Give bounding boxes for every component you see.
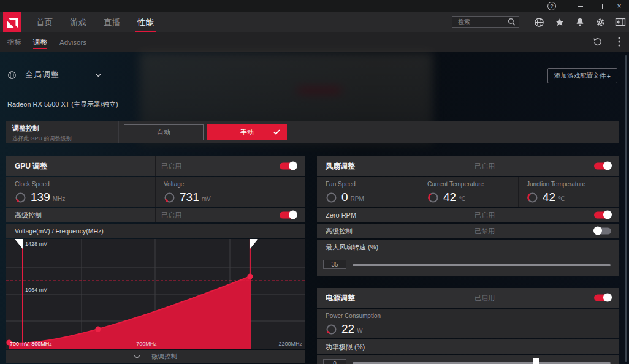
reset-button[interactable] bbox=[592, 37, 602, 47]
voltage-unit: mV bbox=[202, 195, 211, 202]
power-limit-slider-handle[interactable] bbox=[533, 358, 539, 364]
clock-speed-value: 139 bbox=[31, 191, 50, 204]
junction-temperature-value: 42 bbox=[543, 191, 555, 204]
subtab-metrics[interactable]: 指标 bbox=[7, 32, 21, 52]
curve-control-point[interactable] bbox=[247, 274, 253, 279]
gpu-name: Radeon RX 5500 XT (主显示器/独立) bbox=[7, 100, 118, 109]
tuning-scope-selector[interactable]: 全局调整 bbox=[7, 69, 102, 80]
curve-control-point[interactable] bbox=[95, 326, 101, 332]
max-bound-flag[interactable] bbox=[250, 239, 258, 249]
settings-button[interactable] bbox=[595, 17, 606, 28]
radeon-software-window: ? × 首页 游戏 直播 性能 bbox=[0, 0, 629, 364]
zero-rpm-toggle[interactable] bbox=[594, 212, 611, 219]
chart-label: 1064 mV bbox=[25, 287, 47, 293]
max-fan-speed-slider[interactable] bbox=[353, 264, 611, 266]
current-temperature-label: Current Temperature bbox=[427, 181, 484, 188]
title-bar: ? × bbox=[0, 0, 629, 12]
vertical-scrollbar[interactable] bbox=[625, 55, 627, 362]
fine-tuning-expander[interactable]: 微调控制 bbox=[6, 350, 305, 363]
fan-speed-unit: RPM bbox=[351, 195, 364, 202]
close-button[interactable]: × bbox=[609, 0, 629, 12]
help-button[interactable]: ? bbox=[542, 0, 562, 12]
add-game-profile-label: 添加游戏配置文件 bbox=[554, 72, 606, 80]
add-game-profile-button[interactable]: 添加游戏配置文件 + bbox=[547, 68, 617, 83]
subtab-advisors[interactable]: Advisors bbox=[59, 32, 86, 52]
kebab-menu-icon bbox=[618, 37, 620, 47]
power-limit-value-box[interactable]: 0 bbox=[323, 359, 346, 364]
clock-speed-unit: MHz bbox=[53, 195, 66, 202]
gpu-advanced-control-label: 高级控制 bbox=[15, 211, 42, 220]
maximize-icon bbox=[597, 4, 603, 9]
search-box[interactable] bbox=[452, 16, 519, 28]
power-consumption-value: 22 bbox=[341, 322, 354, 336]
reset-undo-icon bbox=[593, 37, 602, 47]
search-icon bbox=[508, 18, 516, 26]
web-button[interactable] bbox=[533, 17, 544, 28]
vf-curve-chart[interactable]: 1428 mV1064 mV700 mV, 800MHz700MHz2200MH… bbox=[6, 239, 305, 349]
chart-label: 2200MHz bbox=[278, 341, 302, 347]
junction-temperature-label: Junction Temperature bbox=[527, 181, 585, 188]
fan-tuning-panel: 风扇调整 已启用 Fan Speed 0 RPM bbox=[317, 156, 619, 276]
manual-tuning-button[interactable]: 手动 bbox=[207, 124, 287, 140]
power-tuning-title: 电源调整 bbox=[326, 293, 355, 303]
chevron-down-icon bbox=[95, 73, 102, 77]
tab-gaming-label: 游戏 bbox=[70, 17, 86, 28]
amd-logo[interactable] bbox=[3, 12, 21, 32]
junction-temperature-stat: Junction Temperature 42 ℃ bbox=[518, 177, 619, 207]
auto-tuning-button[interactable]: 自动 bbox=[124, 124, 204, 140]
close-icon: × bbox=[617, 2, 621, 10]
more-options-button[interactable] bbox=[614, 37, 624, 47]
notifications-button[interactable] bbox=[574, 17, 585, 28]
max-fan-speed-slider-row: 35 bbox=[317, 254, 619, 276]
gpu-tuning-status: 已启用 bbox=[161, 162, 181, 171]
min-bound-flag[interactable] bbox=[15, 239, 23, 249]
favorites-button[interactable] bbox=[554, 17, 565, 28]
fan-advanced-control-toggle[interactable] bbox=[594, 228, 611, 235]
power-consumption-unit: W bbox=[357, 327, 362, 334]
tab-home[interactable]: 首页 bbox=[34, 12, 55, 32]
fan-tuning-toggle[interactable] bbox=[594, 163, 611, 170]
overlay-panel-button[interactable] bbox=[615, 17, 626, 28]
manual-tuning-label: 手动 bbox=[240, 128, 254, 137]
maximize-button[interactable] bbox=[590, 0, 609, 12]
search-input[interactable] bbox=[457, 18, 508, 26]
power-limit-label: 功率极限 (%) bbox=[326, 343, 365, 352]
minimize-button[interactable] bbox=[570, 0, 590, 12]
subtab-metrics-label: 指标 bbox=[7, 38, 21, 47]
clock-speed-label: Clock Speed bbox=[15, 181, 50, 188]
voltage-stat: Voltage 731 mV bbox=[155, 177, 305, 207]
voltage-label: Voltage bbox=[164, 181, 184, 188]
power-tuning-panel: 电源调整 已启用 Power Consumption 22 W bbox=[317, 288, 619, 364]
clock-speed-gauge-icon bbox=[15, 192, 26, 203]
check-icon bbox=[273, 129, 280, 135]
max-fan-speed-value-box[interactable]: 35 bbox=[323, 260, 346, 269]
tab-performance[interactable]: 性能 bbox=[135, 12, 156, 32]
chart-label: 700 mV, 800MHz bbox=[10, 341, 52, 347]
power-tuning-status: 已启用 bbox=[475, 294, 495, 303]
fan-advanced-control-label: 高级控制 bbox=[326, 227, 353, 236]
minimize-icon bbox=[578, 6, 583, 7]
power-consumption-gauge-icon bbox=[326, 324, 337, 335]
auto-tuning-label: 自动 bbox=[157, 129, 170, 136]
gear-icon bbox=[595, 17, 606, 28]
voltage-frequency-chart[interactable]: 1428 mV1064 mV700 mV, 800MHz700MHz2200MH… bbox=[6, 239, 305, 349]
tab-streaming-label: 直播 bbox=[104, 17, 120, 28]
fan-speed-gauge-icon bbox=[326, 192, 337, 203]
current-temperature-value: 42 bbox=[443, 191, 456, 204]
power-tuning-toggle[interactable] bbox=[594, 295, 611, 301]
tuning-control-subtitle: 选择此 GPU 的调整级别 bbox=[12, 135, 72, 143]
tab-streaming[interactable]: 直播 bbox=[102, 12, 122, 32]
amd-arrow-icon bbox=[5, 15, 20, 30]
subtab-tuning[interactable]: 调整 bbox=[33, 32, 47, 52]
gpu-advanced-control-toggle[interactable] bbox=[280, 212, 297, 219]
tuning-content: 全局调整 添加游戏配置文件 + Radeon RX 5500 XT (主显示器/… bbox=[0, 52, 629, 364]
tab-gaming[interactable]: 游戏 bbox=[68, 12, 88, 32]
gpu-tuning-panel: GPU 调整 已启用 Clock Speed 139 MHz bbox=[6, 156, 305, 364]
globe-icon bbox=[534, 17, 544, 28]
tab-performance-label: 性能 bbox=[137, 17, 154, 28]
scope-label: 全局调整 bbox=[25, 69, 59, 80]
gpu-tuning-title: GPU 调整 bbox=[15, 161, 47, 172]
gpu-tuning-toggle[interactable] bbox=[280, 163, 297, 170]
power-limit-slider-row: 0 bbox=[317, 355, 619, 364]
power-consumption-label: Power Consumption bbox=[326, 313, 381, 319]
